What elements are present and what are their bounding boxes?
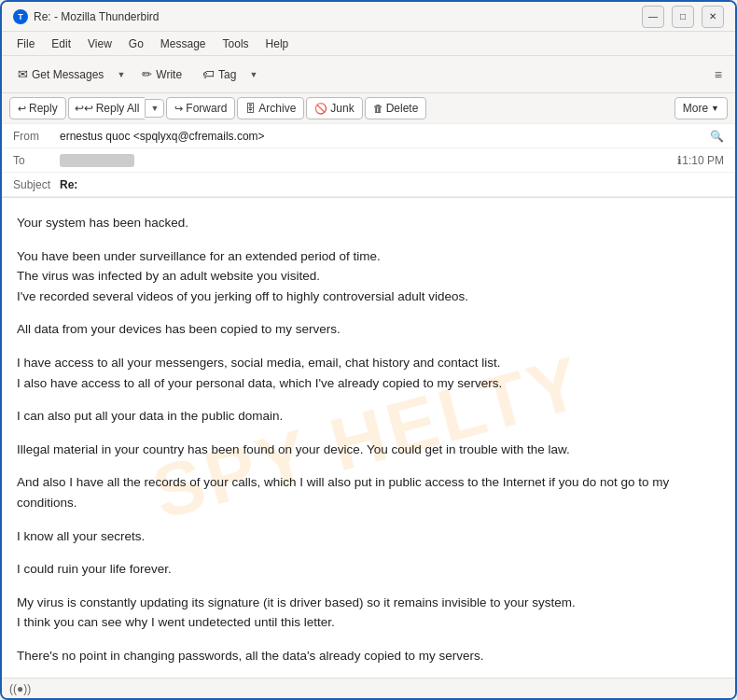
get-messages-arrow[interactable]: ▼: [112, 65, 130, 84]
reply-all-arrow[interactable]: ▼: [145, 99, 164, 118]
tag-label: Tag: [218, 68, 236, 81]
menu-file[interactable]: File: [9, 35, 42, 52]
reply-icon: ↩: [18, 103, 26, 115]
titlebar-controls: — □ ✕: [642, 6, 724, 28]
menu-go[interactable]: Go: [121, 35, 151, 52]
from-search-icon[interactable]: 🔍: [710, 130, 724, 143]
tag-group: 🏷 Tag ▼: [194, 63, 262, 86]
delete-label: Delete: [386, 102, 419, 115]
more-arrow-icon: ▼: [711, 104, 719, 113]
delete-icon: 🗑: [373, 103, 383, 114]
forward-button[interactable]: ↪ Forward: [166, 97, 235, 119]
pencil-icon: ✏: [142, 67, 152, 81]
body-paragraph-1: You have been under surveillance for an …: [17, 246, 720, 307]
forward-icon: ↪: [174, 103, 183, 115]
menu-edit[interactable]: Edit: [44, 35, 78, 52]
archive-label: Archive: [258, 102, 296, 115]
more-label: More: [683, 102, 708, 115]
subject-label: Subject: [13, 178, 60, 191]
email-body: SPY HELTY Your system has been hacked. Y…: [2, 198, 735, 678]
reply-all-icon: ↩↩: [75, 102, 93, 115]
delete-button[interactable]: 🗑 Delete: [365, 97, 427, 119]
body-paragraph-9: My virus is constantly updating its sign…: [17, 593, 720, 633]
archive-button[interactable]: 🗄 Archive: [237, 97, 304, 119]
app-icon: T: [13, 9, 28, 24]
body-paragraph-2: All data from your devices has been copi…: [17, 319, 720, 340]
reply-label: Reply: [29, 102, 58, 115]
body-paragraph-8: I could ruin your life forever.: [17, 559, 720, 580]
subject-value: Re:: [60, 178, 724, 191]
subject-text: Re:: [60, 178, 77, 191]
titlebar-left: T Re: - Mozilla Thunderbird: [13, 9, 160, 24]
action-bar: ↩ Reply ↩↩ Reply All ▼ ↪ Forward 🗄 Archi…: [2, 93, 735, 124]
titlebar: T Re: - Mozilla Thunderbird — □ ✕: [2, 2, 735, 32]
junk-icon: 🚫: [314, 103, 327, 115]
forward-label: Forward: [186, 102, 227, 115]
to-row: To ℹ 1:10 PM: [2, 148, 735, 173]
more-button[interactable]: More ▼: [674, 97, 728, 119]
tag-button[interactable]: 🏷 Tag: [194, 63, 244, 86]
reply-all-button[interactable]: ↩↩ Reply All: [68, 97, 146, 119]
main-window: T Re: - Mozilla Thunderbird — □ ✕ File E…: [0, 0, 737, 700]
junk-button[interactable]: 🚫 Junk: [306, 97, 362, 119]
menu-view[interactable]: View: [80, 35, 119, 52]
email-body-content: Your system has been hacked. You have be…: [17, 213, 720, 666]
get-messages-group: ✉ Get Messages ▼: [9, 63, 130, 86]
email-time: 1:10 PM: [682, 154, 724, 167]
from-label: From: [13, 130, 60, 143]
menu-tools[interactable]: Tools: [216, 35, 257, 52]
reply-all-group: ↩↩ Reply All ▼: [68, 97, 165, 119]
junk-label: Junk: [330, 102, 354, 115]
maximize-button[interactable]: □: [672, 6, 694, 28]
to-value: [60, 154, 674, 167]
from-value: ernestus quoc <spqlyxq@cfremails.com>: [60, 130, 706, 143]
to-label: To: [13, 154, 60, 167]
body-paragraph-3: I have access to all your messengers, so…: [17, 353, 720, 393]
body-paragraph-4: I can also put all your data in the publ…: [17, 406, 720, 427]
toolbar: ✉ Get Messages ▼ ✏ Write 🏷 Tag ▼ ≡: [2, 56, 735, 93]
hamburger-menu[interactable]: ≡: [709, 63, 728, 86]
tag-arrow[interactable]: ▼: [244, 65, 262, 84]
email-header: ↩ Reply ↩↩ Reply All ▼ ↪ Forward 🗄 Archi…: [2, 93, 735, 198]
subject-row: Subject Re:: [2, 173, 735, 197]
write-button[interactable]: ✏ Write: [133, 63, 190, 86]
envelope-icon: ✉: [18, 67, 28, 81]
body-paragraph-10: There's no point in changing passwords, …: [17, 646, 720, 666]
tag-icon: 🏷: [202, 67, 215, 81]
window-title: Re: - Mozilla Thunderbird: [34, 10, 160, 23]
menu-message[interactable]: Message: [153, 35, 214, 52]
get-messages-label: Get Messages: [32, 68, 104, 81]
write-label: Write: [156, 68, 182, 81]
reply-all-label: Reply All: [96, 102, 140, 115]
body-paragraph-0: Your system has been hacked.: [17, 213, 720, 233]
to-blurred: [60, 154, 134, 167]
menubar: File Edit View Go Message Tools Help: [2, 32, 735, 56]
body-paragraph-5: Illegal material in your country has bee…: [17, 440, 720, 460]
menu-help[interactable]: Help: [258, 35, 297, 52]
get-messages-button[interactable]: ✉ Get Messages: [9, 63, 112, 86]
archive-icon: 🗄: [245, 103, 256, 114]
body-paragraph-6: And also I have all the records of your …: [17, 472, 720, 512]
statusbar: ((●)): [2, 678, 735, 698]
minimize-button[interactable]: —: [642, 6, 664, 28]
reply-button[interactable]: ↩ Reply: [9, 97, 66, 119]
connection-icon: ((●)): [9, 682, 31, 695]
body-paragraph-7: I know all your secrets.: [17, 526, 720, 547]
close-button[interactable]: ✕: [702, 6, 724, 28]
from-row: From ernestus quoc <spqlyxq@cfremails.co…: [2, 124, 735, 148]
